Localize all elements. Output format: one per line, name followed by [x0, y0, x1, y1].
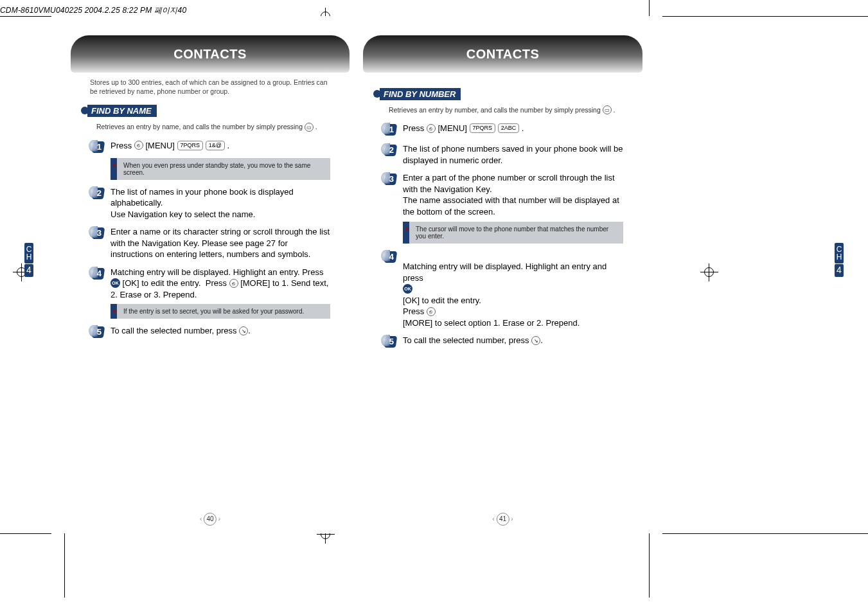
step-badge: 1	[90, 140, 104, 154]
page-number: ‹ 40 ›	[200, 513, 220, 526]
cropmark	[649, 533, 650, 598]
step-5: 5 To call the selected number, press ↘.	[382, 335, 623, 349]
page-spread: CONTACTS Stores up to 300 entries, each …	[64, 16, 649, 533]
step-2: 2 The list of names in your phone book i…	[90, 186, 330, 220]
cropmark	[649, 0, 650, 16]
section-heading-find-by-number: FIND BY NUMBER	[373, 88, 461, 100]
page-banner: CONTACTS	[64, 35, 356, 73]
page-41: CONTACTS FIND BY NUMBER Retrieves an ent…	[357, 16, 649, 533]
step-1: 1 Press ⎋ [MENU] 7PQRS 1&@ .	[90, 140, 330, 154]
step-1: 1 Press ⎋ [MENU] 7PQRS 2ABC .	[382, 123, 623, 137]
ok-key-icon: OK	[111, 278, 120, 288]
step-2: 2 The list of phone numbers saved in you…	[382, 143, 623, 166]
note-bullet-icon	[405, 227, 409, 231]
note-box: The cursor will move to the phone number…	[403, 222, 623, 244]
note-box: When you even press under standby state,…	[111, 158, 330, 180]
page-intro: Stores up to 300 entries, each of which …	[90, 78, 330, 96]
key-2: 2ABC	[498, 123, 520, 133]
step-4: 4 Matching entry will be displayed. High…	[90, 267, 330, 301]
cropmark	[662, 533, 868, 534]
chapter-tab-left: CH 4	[24, 243, 33, 277]
sheet: CDM-8610VMU040225 2004.2.25 8:22 PM 페이지4…	[0, 0, 868, 613]
step-3: 3 Enter a part of the phone number or sc…	[382, 172, 623, 217]
document-header: CDM-8610VMU040225 2004.2.25 8:22 PM 페이지4…	[0, 5, 186, 16]
cropmark	[0, 16, 51, 17]
page-title: CONTACTS	[64, 47, 356, 62]
cropmark	[64, 533, 65, 598]
softkey-icon: ⎋	[427, 124, 436, 133]
page-title: CONTACTS	[357, 47, 649, 62]
step-4: 4 Matching entry will be displayed. High…	[382, 250, 623, 329]
key-7: 7PQRS	[470, 123, 496, 133]
page-40: CONTACTS Stores up to 300 entries, each …	[64, 16, 357, 533]
section-intro: Retrieves an entry by number, and calls …	[389, 105, 623, 115]
registration-mark	[700, 263, 718, 281]
send-key-icon: ↘	[239, 326, 248, 335]
page-banner: CONTACTS	[357, 35, 649, 73]
cropmark	[0, 533, 51, 534]
step-3: 3 Enter a name or its character string o…	[90, 226, 330, 260]
step-5: 5 To call the selected number, press ↘.	[90, 325, 330, 339]
send-key-icon: ↘	[531, 336, 540, 345]
note-box: If the entry is set to secret, you will …	[111, 304, 330, 319]
book-key-icon: ▭	[603, 105, 612, 114]
ok-key-icon: OK	[403, 284, 412, 294]
page-number: ‹ 41 ›	[492, 513, 513, 526]
chapter-tab-right: CH 4	[835, 243, 844, 277]
softkey-icon: ⎋	[427, 307, 436, 316]
note-bullet-icon	[113, 164, 116, 167]
key-7: 7PQRS	[177, 141, 204, 150]
section-heading-find-by-name: FIND BY NAME	[81, 105, 157, 117]
key-1: 1&@	[206, 141, 225, 150]
cropmark	[662, 16, 868, 17]
section-intro: Retrieves an entry by name, and calls th…	[96, 122, 330, 132]
book-key-icon: ▭	[305, 123, 314, 132]
softkey-icon: ⎋	[229, 279, 238, 288]
note-bullet-icon	[113, 310, 116, 313]
step-body: Press ⎋ [MENU] 7PQRS 1&@ .	[111, 140, 330, 152]
softkey-icon: ⎋	[134, 141, 143, 150]
